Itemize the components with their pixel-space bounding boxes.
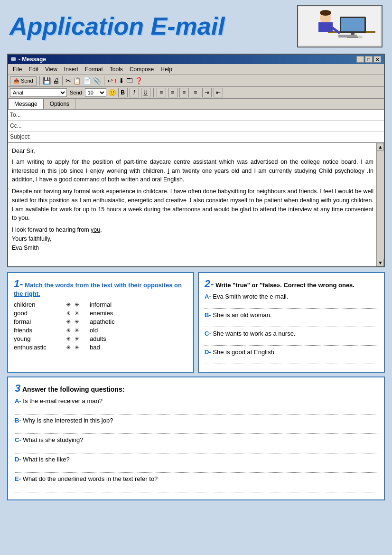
send-label: Send [21, 78, 33, 84]
email-menubar: File Edit View Insert Format Tools Compo… [8, 64, 384, 75]
tf-item-b: B- She is an old woman. [205, 311, 378, 327]
ex1-header: 1- Match the words from the text with th… [14, 278, 187, 297]
paste-icon[interactable]: 📄 [83, 77, 91, 85]
align-left-button[interactable]: ≡ [157, 88, 166, 97]
opposite-5: adults [90, 335, 106, 342]
close-button[interactable]: ✕ [373, 56, 381, 63]
ex3-line-e [15, 484, 377, 492]
body-closing3: Eva Smith [12, 244, 373, 253]
email-body[interactable]: Dear Sir, I am writing to apply for the … [8, 143, 384, 266]
menu-help[interactable]: Help [158, 65, 175, 74]
window-icon[interactable]: 🗔 [126, 77, 133, 85]
cc-input[interactable] [41, 122, 382, 130]
stars-5: ✳ ✳ [66, 336, 90, 342]
tf-item-c: C- She wants to work as a nurse. [205, 330, 378, 346]
spell-icon[interactable]: ! [115, 77, 117, 85]
ex1-number: 1 [14, 278, 19, 290]
menu-edit[interactable]: Edit [26, 65, 41, 74]
to-input[interactable] [41, 111, 382, 119]
help-icon[interactable]: ❓ [135, 77, 143, 85]
align-center-button[interactable]: ≡ [168, 88, 177, 97]
font-select[interactable]: Arial Times New Roman [10, 88, 67, 97]
format-separator [153, 88, 154, 97]
star-icon: ✳ [66, 301, 71, 308]
titlebar-left: ✉ - Message [11, 56, 46, 63]
maximize-button[interactable]: □ [365, 56, 373, 63]
tab-options[interactable]: Options [44, 99, 75, 109]
matching-row-3: formal ✳ ✳ apathetic [14, 318, 187, 325]
star-icon: ✳ [75, 344, 79, 351]
ex2-header: 2- Write "true" or "false». Correct the … [205, 278, 378, 290]
tf-text-c: She wants to work as a nurse. [213, 330, 295, 337]
toolbar-separator-2 [62, 76, 63, 85]
list-button[interactable]: ≡ [191, 88, 200, 97]
menu-format[interactable]: Format [82, 65, 106, 74]
tf-label-d: D- [205, 348, 211, 356]
ex3-label-c: C- [15, 436, 21, 443]
menu-tools[interactable]: Tools [107, 65, 126, 74]
outdent-button[interactable]: ⇤ [214, 88, 223, 97]
opposite-6: bad [90, 344, 100, 351]
align-right-button[interactable]: ≡ [179, 88, 189, 97]
tf-dots-a [205, 301, 378, 309]
body-closing1: I look forward to hearing from you. [12, 226, 373, 235]
minimize-button[interactable]: _ [356, 56, 364, 63]
menu-view[interactable]: View [42, 65, 60, 74]
email-tabs: Message Options [8, 99, 384, 110]
indent-button[interactable]: ⇥ [202, 88, 212, 97]
ex3-item-d: D- What is she like? [15, 456, 377, 473]
ex3-text-a: Is the e-mail receiver a man? [23, 397, 103, 404]
email-scrollbar[interactable]: ▲ ▼ [376, 143, 384, 266]
down-icon[interactable]: ⬇ [119, 77, 124, 85]
star-icon: ✳ [75, 327, 79, 334]
send-button[interactable]: 📤 Send [10, 76, 37, 85]
menu-compose[interactable]: Compose [127, 65, 157, 74]
underline-i: I [168, 168, 169, 174]
attach-icon[interactable]: 📎 [93, 77, 101, 85]
ex3-line-d [15, 464, 377, 473]
stars-2: ✳ ✳ [66, 310, 90, 317]
ex3-line-c [15, 445, 377, 453]
subject-input[interactable] [41, 132, 382, 141]
underline-button[interactable]: U [141, 88, 150, 97]
svg-point-10 [320, 10, 331, 16]
exercise-2-box: 2- Write "true" or "false». Correct the … [198, 272, 385, 373]
tf-item-a: A- Eva Smith wrote the e-mail. [205, 293, 378, 309]
undo-icon[interactable]: ↩ [107, 77, 113, 85]
ex3-text-c: What is she studying? [23, 436, 83, 443]
ex3-item-c: C- What is she studying? [15, 436, 377, 453]
word-6: enthusiastic [14, 344, 66, 351]
bold-button[interactable]: B [118, 88, 128, 97]
copy-icon[interactable]: 📋 [73, 77, 81, 85]
star-icon: ✳ [66, 344, 71, 351]
titlebar-controls[interactable]: _ □ ✕ [356, 56, 381, 63]
ex3-header: 3 Answer the following questions: [15, 382, 377, 395]
matching-table: children ✳ ✳ informal good ✳ ✳ enemies [14, 301, 187, 351]
star-icon: ✳ [75, 319, 79, 325]
ex2-instruction: Write "true" or "false». Correct the wro… [215, 282, 355, 289]
stars-4: ✳ ✳ [66, 327, 90, 334]
header-image [297, 5, 383, 47]
subject-row: Subject: [8, 132, 384, 142]
tab-message[interactable]: Message [8, 99, 44, 109]
stars-6: ✳ ✳ [66, 344, 90, 351]
exercises: 1- Match the words from the text with th… [7, 272, 385, 500]
size-select[interactable]: 10 12 14 [85, 88, 106, 97]
print-icon[interactable]: 🖨 [53, 77, 59, 85]
svg-rect-6 [338, 35, 357, 38]
menu-insert[interactable]: Insert [61, 65, 81, 74]
emoji-icon[interactable]: 🙂 [108, 89, 116, 96]
ex3-text-b: Why is she interested in this job? [23, 417, 113, 424]
save-icon[interactable]: 💾 [43, 77, 51, 85]
ex3-label-e: E- [15, 475, 21, 482]
tf-label-a: A- [205, 293, 211, 300]
cut-icon[interactable]: ✂ [65, 77, 71, 85]
italic-button[interactable]: I [130, 88, 139, 97]
scroll-up[interactable]: ▲ [377, 143, 384, 151]
scroll-down[interactable]: ▼ [377, 259, 384, 266]
ex3-label-a: A- [15, 397, 21, 404]
to-row: To... [8, 110, 384, 121]
menu-file[interactable]: File [10, 65, 25, 74]
ex3-item-e: E- What do the underlined words in the t… [15, 475, 377, 492]
tf-dots-b [205, 320, 378, 327]
